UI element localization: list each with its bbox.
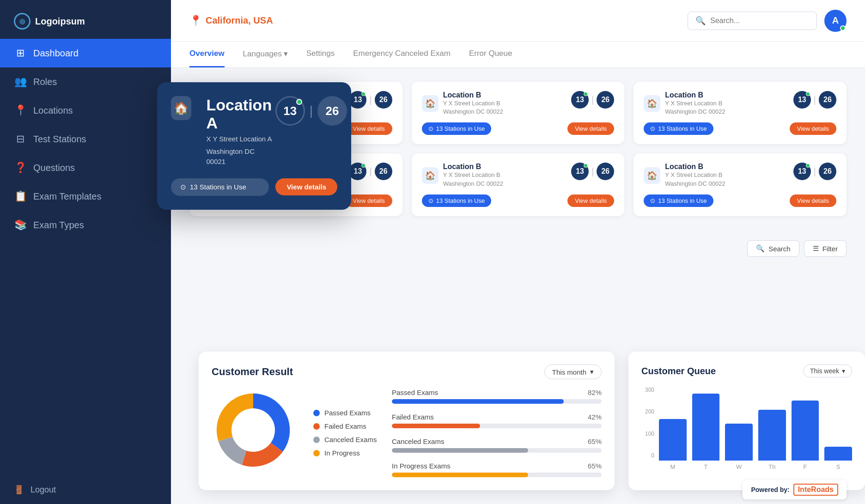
progress-percent: 42% — [588, 413, 602, 421]
location-card: 🏠 Location B Y X Street Location BWashin… — [412, 82, 625, 144]
card-footer: ⊙ 13 Stations in Use View details — [644, 194, 836, 207]
powered-by: Powered by: InteRoads — [743, 480, 847, 499]
card-name: Location B — [665, 163, 725, 171]
card-title-row: 🏠 Location B Y X Street Location BWashin… — [644, 91, 725, 116]
sidebar-item-test-stations[interactable]: ⊟ Test Stations — [0, 125, 171, 153]
card-name: Location B — [443, 163, 503, 171]
filter-button[interactable]: ☰ Filter — [804, 240, 847, 257]
logo-text: Logoipsum — [35, 16, 85, 27]
card-stats: 13 | 26 — [349, 163, 392, 180]
progress-label-row: Passed Exams 82% — [392, 389, 602, 396]
legend-item: Canceled Exams — [313, 436, 378, 443]
sidebar-item-roles[interactable]: 👥 Roles — [0, 67, 171, 96]
expanded-card-footer: ⊙ 13 Stations in Use View details — [171, 178, 337, 196]
stat-active: 13 — [793, 163, 811, 180]
card-stats: 13 | 26 — [793, 163, 836, 180]
sidebar-item-exam-types[interactable]: 📚 Exam Types — [0, 211, 171, 239]
stat-active: 13 — [793, 91, 811, 109]
dashboard-icon: ⊞ — [14, 47, 27, 59]
sidebar-item-locations[interactable]: 📍 Locations — [0, 96, 171, 125]
active-dot — [584, 164, 588, 168]
legend-dot — [313, 450, 320, 456]
sidebar-item-questions[interactable]: ❓ Questions — [0, 153, 171, 182]
roles-icon: 👥 — [14, 76, 27, 88]
bar — [824, 447, 852, 461]
card-name: Location B — [443, 91, 503, 99]
exam-templates-icon: 📋 — [14, 190, 27, 202]
location-text: California, USA — [206, 15, 273, 26]
view-details-button[interactable]: View details — [567, 194, 614, 207]
view-details-button[interactable]: View details — [346, 122, 392, 135]
search-filter-bar: 🔍 Search ☰ Filter — [747, 240, 847, 257]
active-dot — [806, 164, 810, 168]
legend-dot — [313, 437, 320, 443]
progress-label: Failed Exams — [392, 413, 434, 421]
y-axis: 300 200 100 0 — [641, 387, 654, 461]
expanded-location-card: 🏠 Location A X Y Street Location A Washi… — [157, 82, 351, 210]
card-footer: ⊙ 13 Stations in Use View details — [422, 194, 615, 207]
y-label-300: 300 — [641, 387, 654, 393]
tab-error-queue[interactable]: Error Queue — [469, 42, 512, 67]
donut-center — [231, 408, 275, 452]
sidebar-item-exam-templates[interactable]: 📋 Exam Templates — [0, 182, 171, 211]
logout-button[interactable]: 🚪 Logout — [14, 485, 157, 495]
view-details-button[interactable]: View details — [790, 122, 836, 135]
card-location-icon: 🏠 — [644, 95, 660, 112]
tab-languages[interactable]: Languages ▾ — [243, 42, 288, 67]
sidebar-item-label: Exam Types — [33, 220, 84, 231]
progress-bar-bg — [392, 448, 602, 453]
stat-divider: | — [369, 166, 372, 177]
card-location-icon: 🏠 — [422, 167, 439, 184]
stat-total: 26 — [375, 91, 392, 109]
chevron-down-icon: ▾ — [842, 367, 845, 375]
progress-bar-fill — [392, 399, 564, 404]
header: 📍 California, USA 🔍 A — [171, 0, 865, 42]
table-search-button[interactable]: 🔍 Search — [747, 240, 799, 257]
view-details-button[interactable]: View details — [567, 122, 614, 135]
legend-dot — [313, 410, 320, 416]
tab-settings[interactable]: Settings — [306, 42, 335, 67]
tab-overview[interactable]: Overview — [189, 42, 225, 67]
period-dropdown[interactable]: This month ▾ — [544, 364, 602, 379]
view-details-button[interactable]: View details — [790, 194, 836, 207]
location-card: 🏠 Location B Y X Street Location BWashin… — [634, 153, 847, 216]
powered-by-label: Powered by: — [751, 486, 789, 493]
x-axis-label: M — [659, 463, 687, 470]
stations-badge: ⊙ 13 Stations in Use — [422, 194, 492, 207]
filter-icon: ☰ — [813, 244, 819, 253]
bar — [758, 410, 786, 461]
expanded-view-details-button[interactable]: View details — [275, 178, 337, 195]
expanded-address-line2: Washington DC 00021 — [206, 146, 275, 167]
expanded-active-stations: 13 — [275, 96, 305, 126]
card-footer: ⊙ 13 Stations in Use View details — [644, 122, 836, 135]
progress-label-row: Canceled Exams 65% — [392, 437, 602, 445]
tab-emergency[interactable]: Emergency Canceled Exam — [353, 42, 451, 67]
active-dot — [584, 92, 588, 96]
progress-label-row: Failed Exams 42% — [392, 413, 602, 421]
customer-queue-title: Customer Queue — [641, 366, 716, 376]
search-input[interactable] — [710, 17, 809, 25]
stat-total: 26 — [597, 163, 614, 180]
view-details-button[interactable]: View details — [346, 194, 392, 207]
search-box[interactable]: 🔍 — [688, 12, 817, 30]
card-stats: 13 | 26 — [793, 91, 836, 109]
stat-active: 13 — [571, 163, 589, 180]
sidebar-item-dashboard[interactable]: ⊞ Dashboard — [0, 39, 171, 67]
location-pin-icon: 📍 — [189, 15, 202, 27]
bar-item — [792, 401, 819, 461]
expanded-stations-badge: ⊙ 13 Stations in Use — [171, 178, 269, 196]
bar-item — [824, 447, 852, 461]
progress-item: Passed Exams 82% — [392, 389, 602, 404]
tabs-bar: Overview Languages ▾ Settings Emergency … — [171, 42, 865, 68]
stations-badge: ⊙ 13 Stations in Use — [422, 122, 492, 135]
search-icon: 🔍 — [756, 244, 765, 253]
expanded-location-icon: 🏠 — [171, 96, 191, 120]
bar-chart: 300 200 100 0 — [641, 387, 852, 461]
progress-bar-fill — [392, 424, 480, 428]
sidebar-item-label: Locations — [33, 105, 73, 116]
progress-bar-bg — [392, 399, 602, 404]
week-dropdown[interactable]: This week ▾ — [803, 364, 852, 377]
sidebar-item-label: Dashboard — [33, 48, 79, 59]
expanded-stat-divider: | — [310, 103, 313, 118]
stat-divider: | — [369, 95, 372, 105]
